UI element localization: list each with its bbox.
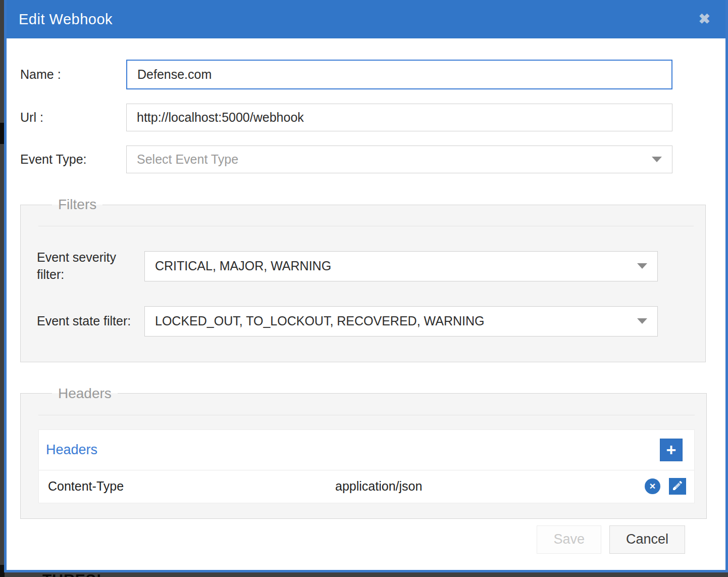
headers-table-title: Headers: [46, 442, 97, 458]
cancel-button[interactable]: Cancel: [609, 525, 685, 554]
name-label: Name :: [20, 67, 126, 82]
url-input[interactable]: [126, 104, 672, 131]
url-label: Url :: [20, 110, 126, 125]
filters-legend: Filters: [52, 197, 102, 213]
headers-legend: Headers: [52, 386, 118, 402]
event-type-row: Event Type: Select Event Type: [20, 146, 672, 173]
chevron-down-icon: [637, 318, 647, 324]
save-button[interactable]: Save: [537, 525, 601, 554]
modal-titlebar: Edit Webhook ✖: [7, 0, 725, 38]
add-header-button[interactable]: +: [660, 439, 683, 461]
severity-filter-label: Event severity filter:: [37, 249, 144, 283]
chevron-down-icon: [652, 157, 662, 162]
edit-header-button[interactable]: [669, 478, 686, 495]
headers-fieldset: Headers Headers + Content-Type applicati…: [20, 386, 707, 519]
modal-title: Edit Webhook: [19, 11, 113, 28]
headers-table-header: Headers +: [39, 430, 694, 470]
event-type-placeholder: Select Event Type: [137, 152, 238, 167]
event-type-select[interactable]: Select Event Type: [126, 146, 672, 173]
headers-divider: [38, 415, 695, 415]
header-key-cell: Content-Type: [48, 479, 335, 494]
state-filter-select[interactable]: LOCKED_OUT, TO_LOCKOUT, RECOVERED, WARNI…: [144, 306, 658, 336]
chevron-down-icon: [637, 263, 647, 269]
event-type-label: Event Type:: [20, 152, 126, 167]
filters-divider: [38, 226, 694, 226]
modal-body: Name : Url : Event Type: Select Event Ty…: [7, 38, 725, 554]
headers-table: Headers + Content-Type application/json …: [38, 429, 695, 503]
severity-filter-value: CRITICAL, MAJOR, WARNING: [155, 259, 331, 273]
edit-webhook-modal: Edit Webhook ✖ Name : Url : Event Type: …: [4, 0, 728, 572]
state-filter-value: LOCKED_OUT, TO_LOCKOUT, RECOVERED, WARNI…: [155, 314, 484, 328]
pencil-icon: [671, 479, 684, 493]
name-input[interactable]: [126, 60, 672, 89]
background-page-artifact: [0, 123, 4, 144]
modal-footer: Save Cancel: [20, 525, 725, 554]
severity-filter-select[interactable]: CRITICAL, MAJOR, WARNING: [144, 251, 658, 281]
close-icon[interactable]: ✖: [699, 12, 710, 26]
state-filter-label: Event state filter:: [37, 313, 144, 330]
name-row: Name :: [20, 60, 672, 89]
state-filter-row: Event state filter: LOCKED_OUT, TO_LOCKO…: [37, 306, 694, 336]
delete-header-icon[interactable]: ✕: [645, 478, 660, 494]
page-background: { "modal": { "title": "Edit Webhook" }, …: [0, 0, 728, 577]
url-row: Url :: [20, 104, 672, 131]
row-actions: ✕: [645, 478, 686, 495]
table-row: Content-Type application/json ✕: [39, 470, 694, 503]
severity-filter-row: Event severity filter: CRITICAL, MAJOR, …: [37, 249, 694, 283]
filters-fieldset: Filters Event severity filter: CRITICAL,…: [20, 197, 706, 362]
header-value-cell: application/json: [335, 479, 645, 494]
